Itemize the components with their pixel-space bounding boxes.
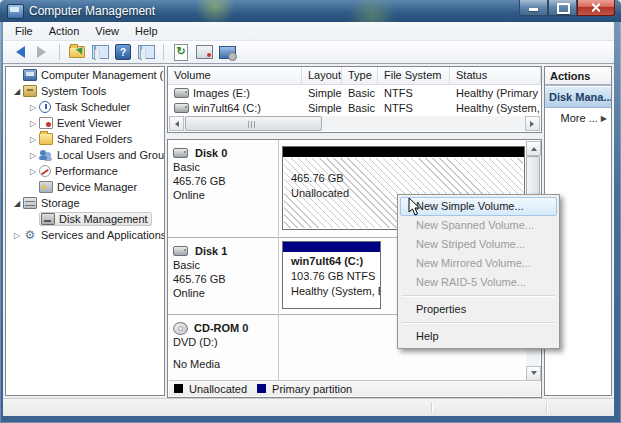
disk-icon <box>173 148 188 158</box>
tree-item-computer-management[interactable]: Computer Management (Local <box>6 67 164 83</box>
forward-icon <box>37 46 52 58</box>
maximize-button[interactable] <box>548 0 577 16</box>
event-viewer-icon <box>39 117 53 129</box>
action-pane-toggle-button[interactable] <box>136 43 156 61</box>
primary-partition-swatch <box>257 384 266 393</box>
volume-row-win7ult64-c[interactable]: win7ult64 (C:) Simple Basic NTFS Healthy… <box>168 100 541 115</box>
toolbar-separator <box>163 44 164 60</box>
toolbar-separator <box>59 44 60 60</box>
actions-group-disk-management[interactable]: Disk Mana... ▲ <box>545 86 611 108</box>
back-button[interactable] <box>9 43 29 61</box>
menu-item-new-striped-volume: New Striped Volume... <box>400 235 557 254</box>
disk1-primary-partition-block[interactable]: win7ult64 (C:) 103.76 GB NTFS Healthy (S… <box>282 241 381 309</box>
close-button[interactable] <box>577 0 615 16</box>
menu-item-properties[interactable]: Properties <box>400 300 557 319</box>
partition-legend: Unallocated Primary partition <box>169 380 540 396</box>
device-manager-icon <box>39 181 53 193</box>
export-list-button[interactable] <box>67 43 87 61</box>
computer-icon <box>23 69 37 81</box>
console-tree-panel: Computer Management (Local System Tools … <box>5 66 165 396</box>
volume-list-panel: Volume Layout Type File System Status Im… <box>167 66 542 133</box>
expander-icon[interactable] <box>27 135 39 144</box>
menu-help[interactable]: Help <box>127 23 166 39</box>
disk-management-icon <box>41 213 55 225</box>
expand-chevron-icon: ▶ <box>601 114 607 123</box>
column-header-layout[interactable]: Layout <box>302 67 342 84</box>
minimize-button[interactable] <box>519 0 548 16</box>
action-pane-icon <box>138 45 155 59</box>
volume-icon <box>174 88 189 98</box>
console-tree-toggle-button[interactable] <box>90 43 110 61</box>
help-button[interactable]: ? <box>113 43 133 61</box>
computer-management-window: Computer Management File Action View Hel… <box>0 0 621 423</box>
services-applications-icon <box>23 229 37 241</box>
task-scheduler-icon <box>39 101 51 113</box>
tree-item-services-and-applications[interactable]: Services and Applications <box>6 227 164 243</box>
menu-separator <box>402 322 555 324</box>
expander-icon[interactable] <box>27 151 39 160</box>
actions-more[interactable]: More ... ▶ <box>545 108 611 128</box>
refresh-button[interactable]: ↻ <box>171 43 191 61</box>
expander-icon[interactable] <box>27 103 39 112</box>
title-bar: Computer Management <box>0 0 621 22</box>
disk0-label[interactable]: Disk 0 Basic 465.76 GB Online <box>168 140 279 236</box>
properties-button[interactable] <box>194 43 214 61</box>
tree-item-performance[interactable]: Performance <box>6 163 164 179</box>
maximize-icon <box>557 3 570 14</box>
disk1-label[interactable]: Disk 1 Basic 465.76 GB Online <box>168 238 279 313</box>
scroll-right-button[interactable] <box>525 116 540 131</box>
toolbar: ? ↻ <box>3 41 614 64</box>
scroll-left-button[interactable] <box>169 116 184 131</box>
storage-icon <box>23 197 37 209</box>
expander-icon[interactable] <box>11 199 23 208</box>
back-icon <box>10 46 25 58</box>
unallocated-swatch <box>174 384 183 393</box>
column-header-type[interactable]: Type <box>342 67 378 84</box>
expander-icon[interactable] <box>27 119 39 128</box>
context-menu: New Simple Volume... New Spanned Volume.… <box>397 194 560 349</box>
primary-partition-strip <box>283 242 380 252</box>
scrollbar-thumb[interactable] <box>185 116 322 131</box>
volume-list-header: Volume Layout Type File System Status <box>168 67 541 85</box>
tree-item-device-manager[interactable]: Device Manager <box>6 179 164 195</box>
rescan-disks-icon <box>219 46 236 59</box>
column-header-status[interactable]: Status <box>450 67 541 84</box>
cdrom0-label[interactable]: CD-ROM 0 DVD (D:) No Media <box>168 315 279 382</box>
scroll-down-button[interactable] <box>526 366 541 381</box>
menu-item-new-mirrored-volume: New Mirrored Volume... <box>400 254 557 273</box>
tree-item-shared-folders[interactable]: Shared Folders <box>6 131 164 147</box>
tree-item-local-users-and-groups[interactable]: Local Users and Groups <box>6 147 164 163</box>
column-header-volume[interactable]: Volume <box>168 67 302 84</box>
tree-item-task-scheduler[interactable]: Task Scheduler <box>6 99 164 115</box>
menu-item-help[interactable]: Help <box>400 327 557 346</box>
menu-item-new-raid5-volume: New RAID-5 Volume... <box>400 273 557 292</box>
system-tools-icon <box>23 85 37 97</box>
expander-icon[interactable] <box>11 231 23 240</box>
menu-item-new-simple-volume[interactable]: New Simple Volume... <box>400 197 557 216</box>
tree-item-disk-management[interactable]: Disk Management <box>6 211 164 227</box>
menu-action[interactable]: Action <box>41 23 88 39</box>
actions-header: Actions <box>545 67 611 86</box>
menu-separator <box>402 295 555 297</box>
expander-icon[interactable] <box>11 87 23 96</box>
status-bar <box>3 398 614 416</box>
disk-icon <box>173 246 188 256</box>
rescan-disks-button[interactable] <box>217 43 237 61</box>
forward-button[interactable] <box>32 43 52 61</box>
tree-item-event-viewer[interactable]: Event Viewer <box>6 115 164 131</box>
performance-icon <box>39 165 51 177</box>
column-header-file-system[interactable]: File System <box>378 67 450 84</box>
properties-icon <box>196 45 213 59</box>
app-icon <box>7 4 24 19</box>
tree-item-system-tools[interactable]: System Tools <box>6 83 164 99</box>
tree-selection-highlight: Disk Management <box>39 212 152 226</box>
volume-row-images-e[interactable]: Images (E:) Simple Basic NTFS Healthy (P… <box>168 85 541 100</box>
tree-item-storage[interactable]: Storage <box>6 195 164 211</box>
close-icon <box>591 3 601 12</box>
menu-file[interactable]: File <box>7 23 41 39</box>
expander-icon[interactable] <box>27 167 39 176</box>
window-controls <box>519 0 615 15</box>
horizontal-scrollbar[interactable] <box>169 116 540 131</box>
scroll-up-button[interactable] <box>526 141 541 156</box>
menu-view[interactable]: View <box>87 23 127 39</box>
